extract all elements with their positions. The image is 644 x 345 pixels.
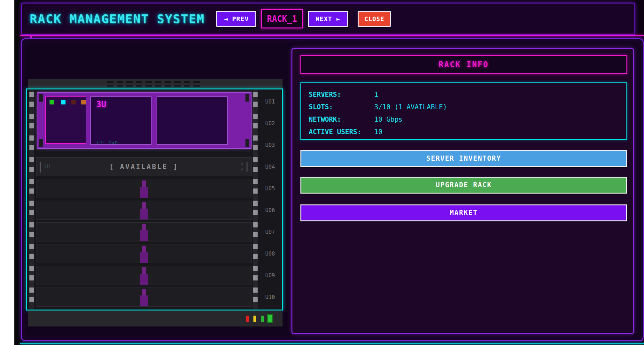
server-mount-tab <box>39 94 43 102</box>
stat-network-value: 10 Gbps <box>374 116 403 123</box>
stat-slots-label: SLOTS: <box>309 101 374 113</box>
rack-slot-locked-u09 <box>36 266 252 285</box>
current-rack-label: RACK_1 <box>261 9 303 28</box>
rack-info-title: RACK INFO <box>438 60 489 69</box>
canvas-bottom-border <box>20 343 644 344</box>
app-title: RACK MANAGEMENT SYSTEM <box>30 12 205 26</box>
rack-management-screen: RACK MANAGEMENT SYSTEM ◄ PREV RACK_1 NEX… <box>0 0 644 345</box>
rack-vent-grille <box>107 81 200 87</box>
server-led-panel <box>45 96 86 144</box>
slot-available-label: [ AVAILABLE ] <box>36 157 252 176</box>
disk-led <box>71 100 76 104</box>
status-led-power <box>267 314 273 323</box>
unit-label-u05: U05 <box>260 179 281 198</box>
server-3u-unit[interactable]: 3U IP: 0x0 <box>37 92 252 149</box>
stat-slots-value: 3/10 (1 AVAILABLE) <box>374 103 447 111</box>
alert-led <box>81 100 86 104</box>
power-led <box>50 100 54 104</box>
upgrade-rack-button[interactable]: UPGRADE RACK <box>300 177 627 194</box>
unit-label-u07: U07 <box>260 222 281 241</box>
status-led-yellow <box>253 316 256 322</box>
unit-label-u09: U09 <box>260 266 281 285</box>
lock-icon <box>140 224 148 241</box>
lock-icon <box>140 246 148 263</box>
lock-icon <box>140 180 148 198</box>
stat-servers-value: 1 <box>374 91 378 98</box>
server-size-label: 3U <box>96 100 106 109</box>
unit-label-u06: U06 <box>260 201 281 220</box>
status-led-green <box>261 316 264 322</box>
lock-icon <box>140 267 148 285</box>
rack-info-header: RACK INFO <box>300 55 627 74</box>
rack-rail-right <box>252 90 259 309</box>
prev-rack-button[interactable]: ◄ PREV <box>216 11 256 27</box>
slot-handle-bar <box>246 162 248 172</box>
unit-label-u08: U08 <box>260 244 281 263</box>
stat-servers-label: SERVERS: <box>309 88 374 101</box>
rack-stats-box: SERVERS:1 SLOTS:3/10 (1 AVAILABLE) NETWO… <box>300 82 627 140</box>
unit-label-u03: U03 <box>260 135 281 155</box>
unit-label-u10: U10 <box>260 288 281 307</box>
unit-label-u01: U01 <box>260 92 281 111</box>
rack-slot-locked-u10 <box>36 288 252 307</box>
network-led <box>61 100 66 104</box>
lock-icon <box>140 289 148 306</box>
stat-active-users: ACTIVE USERS:10 <box>309 126 626 138</box>
rack-slot-locked-u08 <box>36 244 252 263</box>
unit-label-u04: U04 <box>260 157 281 176</box>
next-rack-button[interactable]: NEXT ► <box>308 11 348 27</box>
stat-network-label: NETWORK: <box>309 113 374 126</box>
server-inventory-button[interactable]: SERVER INVENTORY <box>300 150 627 167</box>
stat-servers: SERVERS:1 <box>309 88 626 101</box>
status-led-red <box>246 316 249 322</box>
stat-slots: SLOTS:3/10 (1 AVAILABLE) <box>309 101 626 113</box>
slot-screw-dot <box>241 168 243 171</box>
server-mount-tab <box>39 139 43 147</box>
header-divider <box>20 35 644 36</box>
canvas-edge-strip <box>14 0 20 345</box>
server-mount-tab <box>245 94 249 102</box>
server-mid-panel: 3U IP: 0x0 <box>90 96 151 145</box>
header-bar: RACK MANAGEMENT SYSTEM ◄ PREV RACK_1 NEX… <box>21 3 635 35</box>
rack-slot-locked-u07 <box>36 222 252 241</box>
server-blank-panel <box>157 96 228 145</box>
rack-slot-locked-u05 <box>36 179 252 198</box>
stat-active-users-value: 10 <box>374 128 382 136</box>
server-ip-label: IP: 0x0 <box>96 140 118 145</box>
stat-network: NETWORK:10 Gbps <box>309 113 626 126</box>
stat-active-users-label: ACTIVE USERS: <box>309 126 374 138</box>
slot-screw-dot <box>241 163 243 165</box>
lock-icon <box>140 202 148 219</box>
rack-slot-locked-u06 <box>36 201 252 220</box>
rack-bottom-cap <box>28 310 283 326</box>
server-mount-tab <box>245 139 249 147</box>
unit-label-u02: U02 <box>260 114 281 133</box>
rack-rail-left <box>28 90 35 309</box>
close-button[interactable]: CLOSE <box>358 11 391 27</box>
market-button[interactable]: MARKET <box>300 204 627 221</box>
rack-top-cap <box>28 79 283 89</box>
rack-slot-available[interactable]: 1U [ AVAILABLE ] <box>36 157 252 176</box>
